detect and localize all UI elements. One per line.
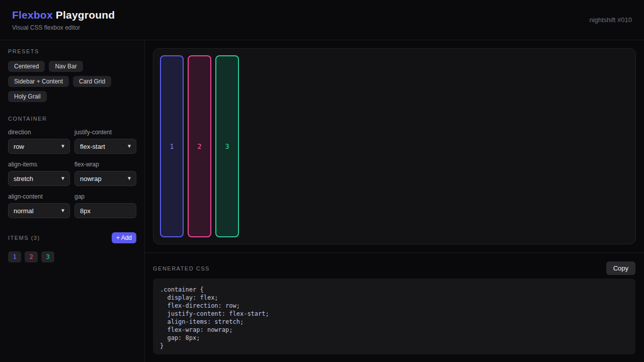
control-flex-wrap: flex-wrap nowrap ▼ bbox=[74, 161, 136, 186]
preset-button-holy-grail[interactable]: Holy Grail bbox=[8, 91, 47, 102]
gap-label: gap bbox=[74, 193, 136, 200]
align-items-select[interactable]: stretch bbox=[8, 171, 70, 186]
control-direction: direction row ▼ bbox=[8, 129, 70, 154]
generated-css-label: Generated CSS bbox=[153, 265, 210, 272]
justify-content-label: justify-content bbox=[74, 129, 136, 136]
preview-item-1[interactable]: 1 bbox=[160, 55, 184, 237]
container-section-label: Container bbox=[8, 116, 136, 122]
item-chips: 1 2 3 bbox=[8, 251, 136, 262]
copy-button[interactable]: Copy bbox=[606, 261, 635, 275]
item-chip-1[interactable]: 1 bbox=[8, 251, 21, 262]
preset-button-nav-bar[interactable]: Nav Bar bbox=[49, 61, 83, 72]
control-align-content: align-content normal ▼ bbox=[8, 193, 70, 218]
flex-wrap-label: flex-wrap bbox=[74, 161, 136, 168]
flex-wrap-select[interactable]: nowrap bbox=[74, 171, 136, 186]
flex-preview-panel: 1 2 3 bbox=[153, 48, 636, 244]
direction-select[interactable]: row bbox=[8, 139, 70, 154]
page-title: Flexbox Playground bbox=[12, 9, 115, 21]
preset-button-sidebar-content[interactable]: Sidebar + Content bbox=[8, 76, 69, 87]
items-header-row: Items (3) + Add bbox=[8, 232, 136, 243]
justify-content-select[interactable]: flex-start bbox=[74, 139, 136, 154]
control-align-items: align-items stretch ▼ bbox=[8, 161, 70, 186]
generated-css-code-panel: .container { display: flex; flex-directi… bbox=[153, 279, 635, 354]
items-section-label: Items (3) bbox=[8, 235, 40, 241]
add-item-button[interactable]: + Add bbox=[112, 232, 136, 243]
control-justify-content: justify-content flex-start ▼ bbox=[74, 129, 136, 154]
presets-section-label: Presets bbox=[8, 48, 136, 54]
generated-css-header: Generated CSS Copy bbox=[153, 261, 635, 275]
direction-label: direction bbox=[8, 129, 70, 136]
section-divider bbox=[145, 252, 644, 253]
preset-button-card-grid[interactable]: Card Grid bbox=[73, 76, 111, 87]
align-content-select[interactable]: normal bbox=[8, 203, 70, 218]
preview-item-3[interactable]: 3 bbox=[215, 55, 239, 237]
app-header: Flexbox Playground Visual CSS flexbox ed… bbox=[0, 0, 644, 40]
align-items-label: align-items bbox=[8, 161, 70, 168]
page-subtitle: Visual CSS flexbox editor bbox=[12, 24, 115, 31]
gap-input[interactable] bbox=[74, 203, 136, 218]
preview-item-2[interactable]: 2 bbox=[188, 55, 211, 237]
app-title-block: Flexbox Playground Visual CSS flexbox ed… bbox=[12, 9, 115, 31]
item-chip-2[interactable]: 2 bbox=[25, 251, 38, 262]
page-title-accent: Flexbox bbox=[12, 9, 53, 21]
page-title-rest: Playground bbox=[56, 9, 115, 21]
item-chip-3[interactable]: 3 bbox=[41, 251, 54, 262]
align-content-label: align-content bbox=[8, 193, 70, 200]
preset-buttons: Centered Nav Bar Sidebar + Content Card … bbox=[8, 61, 136, 102]
sidebar: Presets Centered Nav Bar Sidebar + Conte… bbox=[0, 40, 145, 362]
control-gap: gap bbox=[74, 193, 136, 218]
session-label: nightshift #010 bbox=[589, 16, 632, 24]
generated-css-code: .container { display: flex; flex-directi… bbox=[160, 286, 628, 350]
app-shell: Presets Centered Nav Bar Sidebar + Conte… bbox=[0, 40, 644, 362]
preset-button-centered[interactable]: Centered bbox=[8, 61, 45, 72]
main-area: 1 2 3 Generated CSS Copy .container { di… bbox=[145, 40, 644, 362]
container-controls: direction row ▼ justify-content flex-sta… bbox=[8, 129, 136, 218]
